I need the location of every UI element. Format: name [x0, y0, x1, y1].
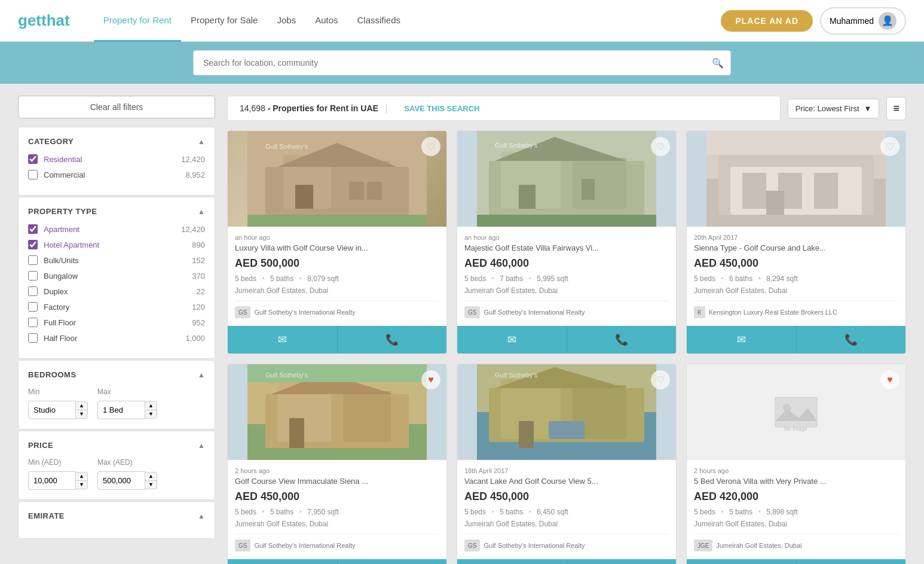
nav-item-sale[interactable]: Property for Sale	[181, 0, 268, 42]
price-chevron[interactable]: ▲	[198, 441, 205, 450]
phone-button-6[interactable]: 📞	[797, 559, 906, 564]
nav-item-rent[interactable]: Property for Rent	[94, 0, 181, 42]
header-right: PLACE AN AD Muhammed 👤	[721, 7, 906, 35]
price-min-up[interactable]: ▲	[76, 472, 87, 481]
nav-item-jobs[interactable]: Jobs	[267, 0, 305, 42]
save-search-link[interactable]: SAVE THIS SEARCH	[404, 104, 479, 113]
property-features-1: 5 beds • 5 baths • 8,079 sqft	[235, 275, 439, 283]
property-info-1: an hour ago Luxury Villa with Golf Cours…	[228, 227, 446, 325]
category-residential[interactable]: Residential 12,420	[28, 154, 205, 164]
type-apartment-checkbox[interactable]	[28, 224, 38, 234]
prop6-baths: 5 baths	[729, 508, 752, 516]
type-factory[interactable]: Factory 120	[28, 302, 205, 312]
type-full-floor-checkbox[interactable]	[28, 318, 38, 327]
type-apartment[interactable]: Apartment 12,420	[28, 224, 205, 234]
favorite-button-3[interactable]: ♡	[880, 137, 899, 156]
emirate-chevron[interactable]: ▲	[198, 512, 205, 520]
email-button-1[interactable]: ✉	[228, 326, 338, 353]
type-hotel-apartment-checkbox[interactable]	[28, 240, 38, 249]
agent-logo-6: JGE	[694, 539, 712, 551]
type-half-floor-count: 1,000	[185, 334, 205, 343]
list-view-button[interactable]: ≡	[886, 97, 906, 120]
property-actions-2: ✉ 📞	[457, 325, 676, 353]
place-ad-button[interactable]: PLACE AN AD	[721, 10, 813, 32]
phone-button-3[interactable]: 📞	[797, 326, 906, 353]
bed-min-up[interactable]: ▲	[76, 402, 87, 410]
bed-min-input-group: ▲ ▼	[28, 401, 88, 419]
property-agent-2: GS Gulf Sotheby's International Realty	[464, 301, 669, 318]
type-duplex[interactable]: Duplex 22	[28, 286, 205, 296]
type-bungalow[interactable]: Bungalow 370	[28, 271, 205, 281]
nav-item-autos[interactable]: Autos	[305, 0, 347, 42]
phone-button-2[interactable]: 📞	[567, 326, 677, 353]
price-max-down[interactable]: ▼	[145, 481, 157, 489]
type-bungalow-checkbox[interactable]	[28, 271, 38, 281]
price-min-down[interactable]: ▼	[76, 481, 87, 489]
price-min-input[interactable]	[28, 471, 76, 490]
type-bulk-units[interactable]: Bulk/Units 152	[28, 255, 205, 265]
type-factory-checkbox[interactable]	[28, 302, 38, 312]
type-half-floor[interactable]: Half Floor 1,000	[28, 333, 205, 343]
list-view-icon: ≡	[893, 102, 899, 114]
user-menu-button[interactable]: Muhammed 👤	[820, 7, 906, 35]
property-agent-6: JGE Jumeirah Golf Estates, Dubai	[694, 534, 898, 551]
property-image-4: Gulf Sotheby's ♥	[228, 364, 446, 460]
property-location-5: Jumeirah Golf Estates, Dubai	[464, 520, 669, 528]
type-bulk-units-checkbox[interactable]	[28, 255, 38, 265]
category-chevron[interactable]: ▲	[198, 138, 205, 146]
sort-dropdown[interactable]: Price: Lowest First ▼	[788, 99, 880, 118]
category-commercial-checkbox[interactable]	[28, 170, 38, 179]
svg-rect-5	[349, 182, 364, 200]
clear-filters-button[interactable]: Clear all filters	[18, 96, 215, 118]
phone-button-1[interactable]: 📞	[338, 326, 447, 353]
category-commercial[interactable]: Commercial 8,952	[28, 170, 205, 179]
type-full-floor-count: 952	[192, 318, 205, 327]
bed-max-input[interactable]	[97, 401, 145, 419]
bed-max-down[interactable]: ▼	[145, 410, 157, 418]
favorite-button-2[interactable]: ♡	[651, 137, 670, 156]
property-type-chevron[interactable]: ▲	[198, 208, 205, 216]
type-full-floor[interactable]: Full Floor 952	[28, 318, 205, 327]
prop5-beds: 5 beds	[464, 508, 486, 516]
price-min-arrows: ▲ ▼	[76, 472, 88, 489]
phone-button-4[interactable]: 📞	[338, 559, 447, 564]
emirate-filter-section: EMIRATE ▲	[18, 501, 215, 539]
email-button-4[interactable]: ✉	[228, 559, 338, 564]
logo[interactable]: getthat	[18, 11, 70, 30]
favorite-button-4[interactable]: ♥	[421, 370, 440, 389]
email-button-3[interactable]: ✉	[687, 326, 797, 353]
property-time-5: 18th April 2017	[464, 467, 669, 474]
prop1-size: 8,079 sqft	[307, 275, 339, 283]
nav-item-classifieds[interactable]: Classifieds	[348, 0, 411, 42]
email-button-2[interactable]: ✉	[457, 326, 567, 353]
property-price-1: AED 500,000	[235, 257, 439, 270]
prop6-beds: 5 beds	[694, 508, 715, 516]
property-title-6: 5 Bed Verona Villa with Very Private ...	[694, 477, 898, 486]
search-button[interactable]: 🔍	[712, 57, 724, 69]
type-hotel-apartment-label: Hotel Apartment	[44, 240, 186, 249]
category-residential-checkbox[interactable]	[28, 154, 38, 164]
type-hotel-apartment[interactable]: Hotel Apartment 890	[28, 240, 205, 249]
svg-rect-15	[582, 179, 595, 200]
svg-text:Gulf Sotheby's: Gulf Sotheby's	[265, 371, 308, 379]
price-max-input[interactable]	[97, 471, 145, 490]
bedrooms-chevron[interactable]: ▲	[198, 371, 205, 379]
bed-max-up[interactable]: ▲	[145, 402, 157, 410]
prop1-beds: 5 beds	[235, 275, 256, 283]
property-title-1: Luxury Villa with Golf Course View in...	[235, 243, 439, 252]
type-half-floor-checkbox[interactable]	[28, 333, 38, 343]
type-duplex-label: Duplex	[44, 287, 191, 296]
type-duplex-checkbox[interactable]	[28, 286, 38, 296]
bed-min-down[interactable]: ▼	[76, 410, 87, 418]
price-max-up[interactable]: ▲	[145, 472, 157, 481]
svg-rect-4	[295, 185, 313, 209]
search-input[interactable]	[193, 50, 731, 75]
phone-button-5[interactable]: 📞	[567, 559, 677, 564]
property-card-4: Gulf Sotheby's ♥ 2 hours ago Golf Course…	[227, 364, 447, 564]
favorite-button-6[interactable]: ♥	[880, 370, 899, 389]
bed-min-input[interactable]	[28, 401, 76, 419]
email-button-5[interactable]: ✉	[457, 559, 567, 564]
email-button-6[interactable]: ✉	[687, 559, 797, 564]
favorite-button-1[interactable]: ♡	[421, 137, 440, 156]
favorite-button-5[interactable]: ♡	[651, 370, 670, 389]
